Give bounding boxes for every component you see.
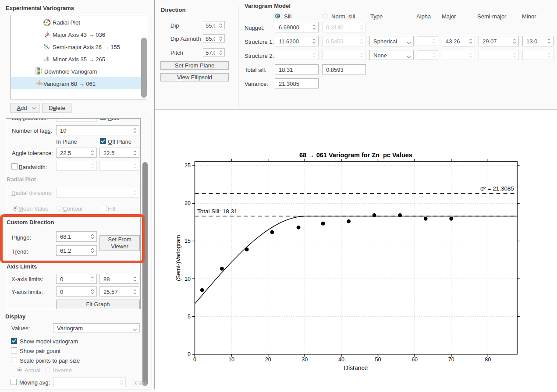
- svg-text:80: 80: [485, 357, 491, 363]
- svg-text:σ² = 21.3085: σ² = 21.3085: [480, 185, 514, 192]
- svg-text:25: 25: [184, 162, 191, 169]
- svg-text:70: 70: [448, 357, 454, 363]
- svg-text:10: 10: [228, 357, 234, 363]
- svg-text:50: 50: [375, 357, 381, 363]
- svg-text:Distance: Distance: [344, 364, 368, 371]
- svg-text:0: 0: [193, 357, 196, 363]
- svg-text:20: 20: [184, 200, 191, 206]
- svg-text:20: 20: [265, 357, 271, 363]
- svg-text:40: 40: [338, 357, 344, 363]
- svg-text:68 → 061 Variogram for Zn_pc V: 68 → 061 Variogram for Zn_pc Values: [299, 152, 412, 159]
- svg-text:15: 15: [184, 238, 191, 244]
- svg-text:60: 60: [412, 357, 418, 363]
- svg-text:(Semi-)Variogram: (Semi-)Variogram: [175, 235, 181, 281]
- svg-text:10: 10: [184, 276, 191, 282]
- svg-text:30: 30: [302, 357, 308, 363]
- svg-text:Total Sill: 18.31: Total Sill: 18.31: [197, 208, 238, 215]
- svg-text:0: 0: [188, 351, 191, 357]
- svg-text:5: 5: [188, 314, 191, 320]
